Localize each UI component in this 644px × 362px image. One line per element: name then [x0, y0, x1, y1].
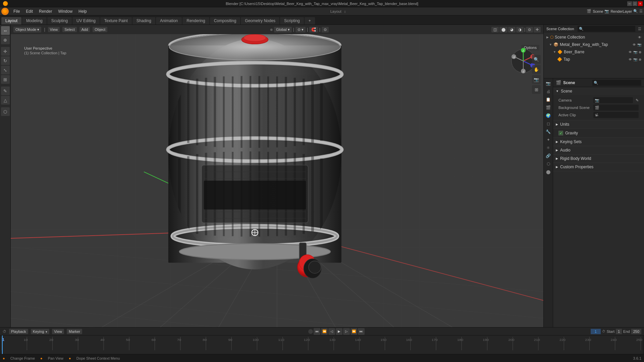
tool-cursor[interactable]: ⊕: [1, 36, 10, 44]
blender-logo[interactable]: 🟠: [1, 8, 9, 15]
timeline-body[interactable]: 1 10 20 30 40 50 60 70 80: [0, 336, 644, 354]
transform-icon4[interactable]: ⊕: [639, 58, 641, 61]
props-search-input[interactable]: [592, 80, 641, 86]
layout-tab-active[interactable]: ↕: [344, 9, 346, 13]
minimize-btn[interactable]: ─: [627, 1, 632, 6]
jump-end-btn[interactable]: ⏭: [358, 328, 365, 335]
gravity-checkbox[interactable]: ✓: [558, 131, 563, 135]
scene-props-icon[interactable]: 🎬: [545, 104, 552, 111]
output-props-icon[interactable]: 🖨: [545, 88, 552, 95]
rigid-body-header[interactable]: ▶ Rigid Body World: [553, 155, 644, 163]
tool-scale[interactable]: ⤡: [1, 66, 10, 74]
viewport[interactable]: Object Mode ▾ | View Select Add Object ⊕…: [11, 25, 543, 327]
render-props-icon[interactable]: 📷: [545, 80, 552, 87]
menu-render[interactable]: Render: [36, 8, 55, 14]
start-frame-input[interactable]: 1: [616, 329, 622, 334]
tab-scripting[interactable]: Scripting: [280, 17, 304, 24]
end-frame-input[interactable]: 250: [631, 329, 641, 334]
zoom-icon[interactable]: 🔍: [532, 55, 541, 64]
playback-btn[interactable]: Playback: [9, 329, 28, 334]
keying-sets-header[interactable]: ▶ Keying Sets: [553, 138, 644, 146]
tab-shading[interactable]: Shading: [132, 17, 155, 24]
tool-transform[interactable]: ⊞: [1, 75, 10, 84]
select-menu[interactable]: Select: [62, 27, 77, 32]
marker-btn[interactable]: Marker: [67, 329, 82, 334]
next-keyframe-btn[interactable]: ▷: [343, 328, 350, 335]
units-section-header[interactable]: ▶ Units: [553, 120, 644, 128]
render-icon4[interactable]: 📷: [633, 58, 637, 61]
grid-icon[interactable]: ⊞: [532, 85, 541, 94]
outliner-search-input[interactable]: [578, 26, 635, 32]
snap-toggle[interactable]: 🧲: [309, 27, 318, 33]
menu-file[interactable]: File: [11, 8, 22, 14]
tab-compositing[interactable]: Compositing: [210, 17, 240, 24]
prev-keyframe-btn[interactable]: ◁: [328, 328, 335, 335]
material-props-icon[interactable]: ⬤: [545, 168, 552, 176]
constraints-props-icon[interactable]: 🔗: [545, 152, 552, 160]
modifier-props-icon[interactable]: 🔧: [545, 128, 552, 135]
data-props-icon[interactable]: ⬡: [545, 160, 552, 168]
object-props-icon[interactable]: ◻: [545, 120, 552, 127]
viewport-shading-material[interactable]: ◕: [508, 27, 516, 33]
tool-select[interactable]: ↔: [1, 26, 10, 35]
proportional-edit[interactable]: ⊙: [322, 27, 329, 33]
eye-icon4[interactable]: 👁: [629, 58, 632, 61]
play-btn[interactable]: ▶: [336, 328, 342, 335]
custom-props-header[interactable]: ▶ Custom Properties: [553, 163, 644, 171]
outliner-keg[interactable]: ▼ 📦 Metal_Beer_Keg_with_Tap 👁 📷: [544, 41, 644, 48]
next-frame-btn[interactable]: ⏩: [351, 328, 357, 335]
tab-add[interactable]: +: [305, 17, 315, 24]
add-menu[interactable]: Add: [79, 27, 90, 32]
global-dropdown[interactable]: Global ▾: [274, 27, 292, 33]
active-clip-value[interactable]: 📽: [593, 112, 639, 118]
menu-edit[interactable]: Edit: [23, 8, 36, 14]
audio-section-header[interactable]: ▶ Audio: [553, 146, 644, 154]
world-props-icon[interactable]: 🌍: [545, 112, 552, 119]
eye-icon[interactable]: 👁: [638, 36, 641, 39]
overlay-toggle[interactable]: ⊙: [526, 27, 533, 33]
tab-geometry-nodes[interactable]: Geometry Nodes: [241, 17, 279, 24]
tool-annotate[interactable]: ✎: [1, 86, 10, 95]
camera-edit-btn[interactable]: ✎: [636, 98, 639, 103]
outliner-filter-icon[interactable]: ☰: [638, 27, 641, 31]
tool-measure[interactable]: △: [1, 96, 10, 105]
maximize-btn[interactable]: □: [633, 1, 637, 6]
record-btn[interactable]: [308, 329, 313, 334]
outliner-scene-collection[interactable]: ▶ ⬡ Scene Collection 👁: [544, 34, 644, 41]
menu-window[interactable]: Window: [55, 8, 75, 14]
view-menu[interactable]: View: [48, 27, 60, 32]
tool-rotate[interactable]: ↻: [1, 56, 10, 65]
tab-layout[interactable]: Layout: [1, 17, 21, 24]
tab-uv-editing[interactable]: UV Editing: [72, 17, 100, 24]
physics-props-icon[interactable]: ⚛: [545, 144, 552, 152]
transform-icon3[interactable]: ⊕: [639, 50, 641, 54]
render-icon2[interactable]: 📷: [637, 43, 641, 47]
tool-add[interactable]: ⬡: [1, 107, 10, 116]
background-scene-value[interactable]: 🎬: [593, 105, 639, 111]
outliner-barrel[interactable]: ▼ 🔶 Beer_Barre 👁 📷 ⊕: [544, 48, 644, 56]
tab-sculpting[interactable]: Sculpting: [47, 17, 72, 24]
keying-btn[interactable]: Keying ▾: [31, 329, 50, 334]
camera-icon[interactable]: 📷: [532, 75, 541, 84]
transform-pivot[interactable]: ⊙ ▾: [296, 27, 306, 33]
tab-texture-paint[interactable]: Texture Paint: [100, 17, 132, 24]
outliner-tap[interactable]: 🔶 Tap 👁 📷 ⊕: [544, 56, 644, 63]
menu-help[interactable]: Help: [76, 8, 90, 14]
current-frame-input[interactable]: 1: [591, 329, 601, 334]
close-btn[interactable]: ✕: [638, 1, 643, 6]
viewport-shading-render[interactable]: ◑: [516, 27, 524, 33]
render-icon3[interactable]: 📷: [633, 50, 637, 54]
tool-move[interactable]: ✛: [1, 47, 10, 56]
jump-start-btn[interactable]: ⏮: [314, 328, 320, 335]
eye-icon2[interactable]: 👁: [633, 43, 636, 47]
pan-icon[interactable]: ✋: [532, 65, 541, 74]
object-menu[interactable]: Object: [93, 27, 107, 32]
tab-animation[interactable]: Animation: [156, 17, 182, 24]
particles-props-icon[interactable]: ✦: [545, 136, 552, 143]
camera-value[interactable]: 📷: [593, 97, 633, 103]
view-layer-icon[interactable]: 📋: [545, 96, 552, 103]
viewport-shading-solid[interactable]: ⬤: [499, 27, 507, 33]
object-mode-dropdown[interactable]: Object Mode ▾: [13, 27, 41, 33]
viewport-shading-wire[interactable]: ◫: [491, 27, 499, 33]
scene-section-header[interactable]: ▼ Scene: [553, 87, 644, 95]
